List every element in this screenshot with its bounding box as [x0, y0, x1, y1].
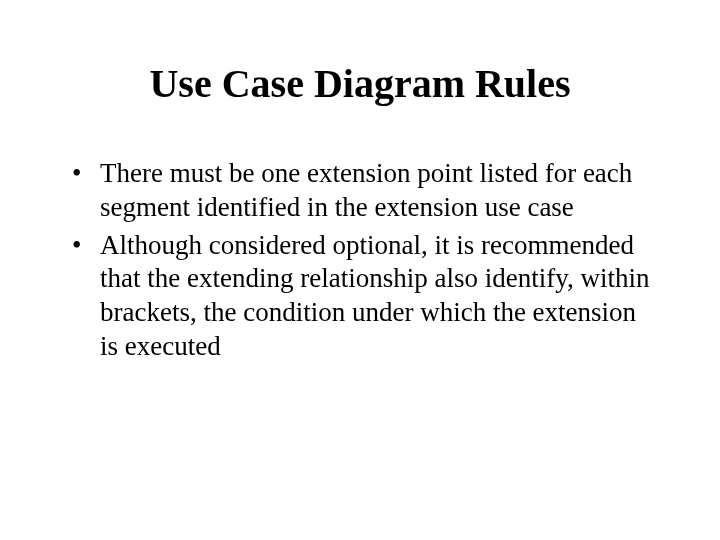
bullet-item: There must be one extension point listed… — [60, 157, 660, 225]
slide-title: Use Case Diagram Rules — [60, 60, 660, 107]
bullet-list: There must be one extension point listed… — [60, 157, 660, 364]
bullet-item: Although considered optional, it is reco… — [60, 229, 660, 364]
